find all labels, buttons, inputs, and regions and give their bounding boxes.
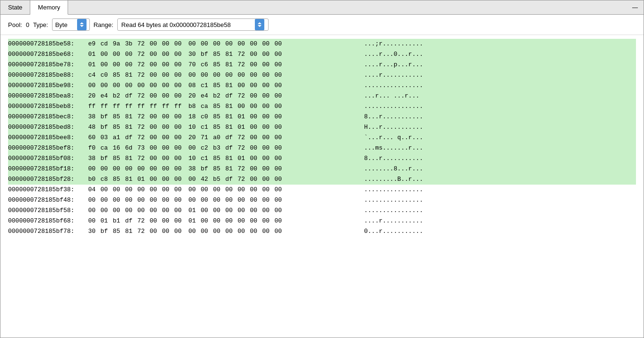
hex-address: 0000000728185bf08: [8, 153, 86, 164]
type-spinner-up[interactable] [80, 22, 84, 24]
hex-byte: 00 [223, 226, 235, 237]
hex-byte: 85 [211, 122, 223, 133]
hex-byte: 00 [248, 143, 260, 153]
hex-byte: 3b [123, 39, 135, 49]
hex-byte: 00 [260, 153, 272, 164]
hex-byte: 00 [98, 195, 111, 205]
hex-byte: 00 [160, 122, 172, 133]
hex-byte: ff [123, 101, 135, 112]
hex-address: 0000000728185bed8: [8, 122, 86, 133]
type-spinner[interactable] [77, 19, 87, 30]
hex-byte: 10 [186, 122, 199, 133]
hex-byte: 00 [172, 195, 184, 205]
hex-byte: 85 [111, 122, 123, 133]
hex-byte: 00 [272, 80, 285, 91]
tab-memory[interactable]: Memory [30, 0, 68, 15]
hex-byte: 00 [272, 174, 285, 185]
hex-address: 0000000728185bea8: [8, 91, 86, 101]
hex-byte: 00 [148, 39, 160, 49]
hex-byte: 00 [111, 80, 123, 91]
hex-byte: 00 [248, 112, 260, 122]
tab-state[interactable]: State [0, 0, 30, 14]
type-label: Type: [33, 21, 48, 28]
hex-byte: 01 [235, 153, 248, 164]
hex-byte: 81 [223, 60, 235, 70]
hex-byte: 71 [199, 133, 211, 143]
hex-byte: 00 [235, 226, 248, 237]
hex-bytes: 010000007200000030bf858172000000 [86, 49, 360, 60]
range-spinner-down[interactable] [258, 25, 261, 27]
range-spinner[interactable] [255, 19, 264, 30]
hex-byte: e9 [86, 39, 98, 49]
hex-byte: 00 [148, 70, 160, 80]
hex-byte: 00 [135, 205, 148, 216]
hex-bytes: 00000000000000000100000000000000 [86, 205, 360, 216]
hex-byte: 00 [160, 195, 172, 205]
type-spinner-down[interactable] [80, 25, 84, 27]
hex-byte: 18 [186, 112, 199, 122]
hex-byte: 00 [260, 133, 272, 143]
hex-byte: 00 [98, 80, 111, 91]
range-spinner-up[interactable] [258, 22, 261, 24]
hex-byte: 72 [235, 164, 248, 174]
hex-byte: 00 [135, 185, 148, 195]
title-bar: State Memory — [0, 0, 644, 15]
hex-byte: df [123, 91, 135, 101]
hex-bytes: c4c08581720000000000000000000000 [86, 70, 360, 80]
hex-ascii: ....r...p...r... [364, 60, 430, 70]
hex-row: 0000000728185bed8:48bf85817200000010c185… [8, 122, 636, 133]
hex-row: 0000000728185bee8:6003a1df720000002071a0… [8, 133, 636, 143]
hex-byte: 00 [260, 60, 272, 70]
hex-byte: 00 [260, 70, 272, 80]
hex-byte: 00 [148, 91, 160, 101]
range-label: Range: [94, 21, 113, 28]
hex-byte: 00 [235, 70, 248, 80]
hex-byte: df [223, 133, 235, 143]
hex-byte: 00 [223, 185, 235, 195]
hex-byte: 00 [223, 216, 235, 226]
hex-byte: 72 [135, 112, 148, 122]
hex-row: 0000000728185be78:010000007200000070c685… [8, 60, 636, 70]
hex-byte: 00 [211, 216, 223, 226]
hex-byte: c6 [199, 60, 211, 70]
minimize-button[interactable]: — [630, 4, 640, 11]
hex-byte: df [123, 133, 135, 143]
hex-byte: b2 [111, 91, 123, 101]
hex-ascii: ...r... ...r... [364, 91, 430, 101]
hex-byte: 85 [211, 101, 223, 112]
hex-ascii: `...r... q..r... [364, 133, 430, 143]
hex-ascii: ................ [364, 185, 430, 195]
hex-byte: 00 [272, 164, 285, 174]
range-field[interactable]: Read 64 bytes at 0x000000728185be58 [117, 18, 269, 31]
hex-byte: ff [135, 101, 148, 112]
hex-byte: 00 [160, 216, 172, 226]
hex-byte: c8 [98, 174, 111, 185]
hex-byte: ca [98, 143, 111, 153]
hex-address: 0000000728185be58: [8, 39, 86, 49]
hex-bytes: ffffffffffffffffb8ca858100000000 [86, 101, 360, 112]
hex-row: 0000000728185bf78:30bf858172000000000000… [8, 226, 636, 237]
hex-ascii: ................ [364, 205, 430, 216]
hex-byte: 00 [148, 216, 160, 226]
hex-byte: 00 [260, 101, 272, 112]
hex-bytes: 04000000000000000000000000000000 [86, 185, 360, 195]
hex-byte: bf [98, 122, 111, 133]
hex-bytes: 010000007200000070c6858172000000 [86, 60, 360, 70]
hex-byte: 00 [272, 185, 285, 195]
hex-byte: b8 [186, 101, 199, 112]
hex-byte: c0 [199, 112, 211, 122]
type-select[interactable]: Byte [52, 18, 90, 31]
hex-ascii: 0...r........... [364, 226, 430, 237]
hex-row: 0000000728185bef8:f0ca166d7300000000c2b3… [8, 143, 636, 153]
hex-row: 0000000728185beb8:ffffffffffffffffb8ca85… [8, 101, 636, 112]
hex-byte: b2 [211, 91, 223, 101]
hex-byte: 00 [211, 70, 223, 80]
hex-byte: 00 [160, 60, 172, 70]
hex-byte: 81 [223, 49, 235, 60]
hex-byte: 73 [135, 143, 148, 153]
hex-byte: 00 [160, 185, 172, 195]
hex-byte: 81 [123, 226, 135, 237]
hex-byte: 85 [211, 153, 223, 164]
hex-byte: 00 [248, 49, 260, 60]
hex-byte: 00 [272, 216, 285, 226]
